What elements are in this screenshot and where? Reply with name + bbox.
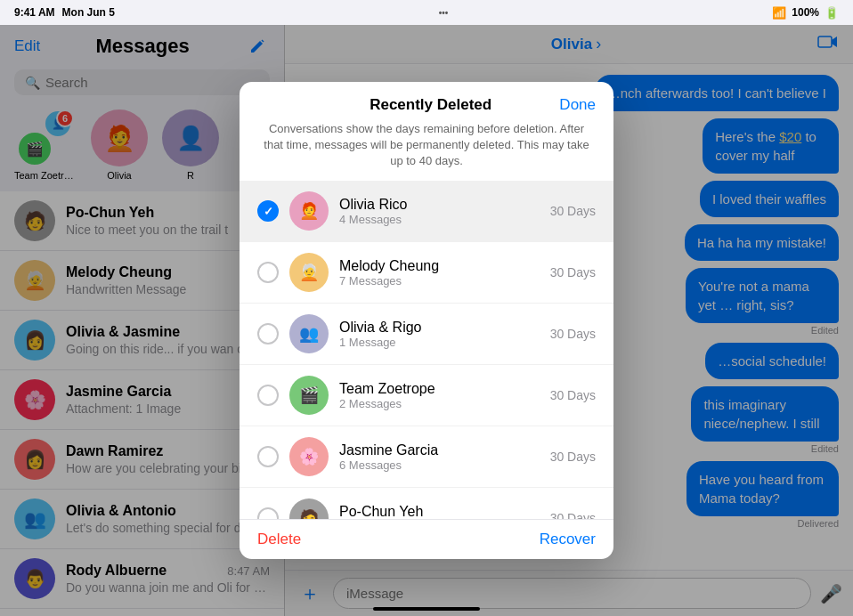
wifi-icon: 📶 (772, 6, 786, 20)
item-days: 30 Days (550, 204, 596, 218)
item-sub: 4 Messages (339, 213, 540, 226)
modal-item-team-zoetrope[interactable]: 🎬 Team Zoetrope 2 Messages 30 Days (240, 365, 613, 426)
battery-label: 100% (792, 6, 819, 19)
item-name: Olivia Rico (339, 197, 540, 213)
status-bar: 9:41 AM Mon Jun 5 ••• 📶 100% 🔋 (0, 0, 853, 25)
item-info-melody-cheung: Melody Cheung 7 Messages (339, 258, 540, 288)
item-days: 30 Days (550, 388, 596, 402)
modal-item-jasmine-garcia[interactable]: 🌸 Jasmine Garcia 6 Messages 30 Days (240, 426, 613, 488)
radio-jasmine-garcia[interactable] (257, 446, 279, 467)
modal-item-olivia-rico[interactable]: 🧑‍🦰 Olivia Rico 4 Messages 30 Days (240, 181, 613, 242)
radio-po-chun-yeh[interactable] (257, 507, 279, 519)
modal-item-melody-cheung[interactable]: 🧑‍🦳 Melody Cheung 7 Messages 30 Days (240, 242, 613, 304)
item-info-jasmine-garcia: Jasmine Garcia 6 Messages (339, 442, 540, 472)
modal-list: 🧑‍🦰 Olivia Rico 4 Messages 30 Days 🧑‍🦳 M… (240, 181, 613, 519)
item-days: 30 Days (550, 511, 596, 519)
avatar-team-zoetrope: 🎬 (289, 376, 329, 415)
item-info-olivia-rico: Olivia Rico 4 Messages (339, 197, 540, 226)
avatar-olivia-rigo: 👥 (289, 314, 329, 353)
avatar-melody-cheung: 🧑‍🦳 (289, 253, 329, 292)
item-name: Olivia & Rigo (339, 320, 540, 336)
status-dots: ••• (439, 8, 449, 18)
item-name: Team Zoetrope (339, 381, 540, 397)
radio-olivia-rico[interactable] (257, 200, 279, 222)
modal-title: Recently Deleted (302, 96, 559, 114)
delete-button[interactable]: Delete (257, 531, 301, 548)
modal-header: Recently Deleted Done (240, 82, 613, 114)
item-name: Melody Cheung (339, 258, 540, 274)
item-sub: 1 Message (339, 336, 540, 349)
radio-team-zoetrope[interactable] (257, 385, 279, 406)
radio-melody-cheung[interactable] (257, 262, 279, 283)
item-days: 30 Days (550, 327, 596, 341)
recently-deleted-modal: Recently Deleted Done Conversations show… (240, 82, 613, 559)
item-sub: 2 Messages (339, 397, 540, 410)
radio-olivia-rigo[interactable] (257, 323, 279, 344)
recover-button[interactable]: Recover (540, 531, 596, 548)
modal-item-po-chun-yeh[interactable]: 🧑 Po-Chun Yeh 2 Messages 30 Days (240, 488, 613, 519)
item-days: 30 Days (550, 265, 596, 280)
avatar-olivia-rico: 🧑‍🦰 (289, 191, 329, 231)
item-info-po-chun-yeh: Po-Chun Yeh 2 Messages (339, 504, 540, 520)
modal-footer: Delete Recover (240, 519, 613, 559)
item-name: Po-Chun Yeh (339, 504, 540, 520)
avatar-po-chun-yeh: 🧑 (289, 498, 329, 519)
status-time: 9:41 AM (14, 6, 55, 19)
avatar-jasmine-garcia: 🌸 (289, 437, 329, 476)
done-button[interactable]: Done (559, 96, 596, 114)
modal-overlay[interactable]: Recently Deleted Done Conversations show… (0, 25, 853, 616)
item-info-olivia-rigo: Olivia & Rigo 1 Message (339, 320, 540, 349)
item-info-team-zoetrope: Team Zoetrope 2 Messages (339, 381, 540, 410)
modal-description: Conversations show the days remaining be… (240, 114, 613, 181)
item-name: Jasmine Garcia (339, 442, 540, 458)
status-day: Mon Jun 5 (62, 6, 115, 19)
item-sub: 6 Messages (339, 458, 540, 472)
modal-item-olivia-rigo[interactable]: 👥 Olivia & Rigo 1 Message 30 Days (240, 304, 613, 365)
item-sub: 7 Messages (339, 274, 540, 288)
battery-icon: 🔋 (825, 6, 839, 20)
item-days: 30 Days (550, 450, 596, 464)
